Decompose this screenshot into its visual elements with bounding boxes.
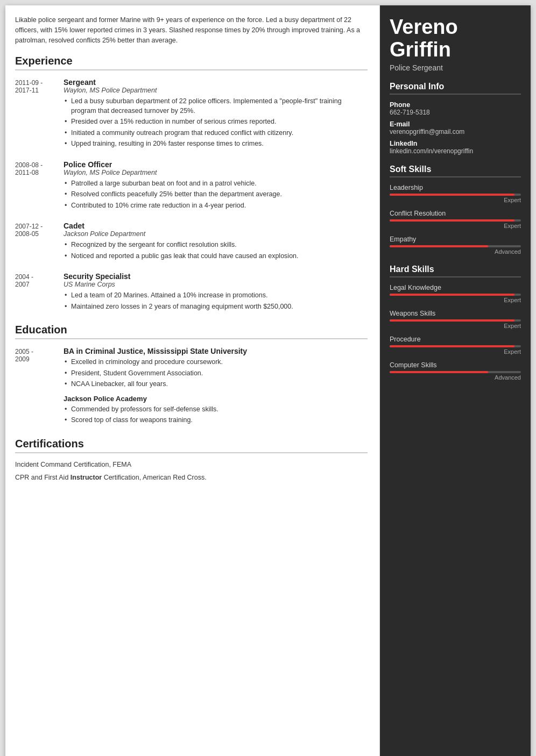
- list-item: Patrolled a large suburban beat on foot …: [64, 179, 368, 189]
- edu-sub-title: Jackson Police Academy: [64, 395, 368, 403]
- certifications-title: Certifications: [15, 438, 368, 453]
- skill-bar-fill: [390, 219, 514, 222]
- job-date: 2007-12 - 2008-05: [15, 222, 64, 262]
- list-item: Led a busy suburban department of 22 pol…: [64, 97, 368, 116]
- list-item: Commended by professors for self-defense…: [64, 405, 368, 415]
- personal-info-title: Personal Info: [390, 82, 521, 95]
- linkedin-label: LinkedIn: [390, 140, 521, 147]
- experience-item: 2007-12 - 2008-05CadetJackson Police Dep…: [15, 222, 368, 262]
- skill-bar-bg: [390, 371, 521, 373]
- first-name: Vereno: [390, 16, 521, 39]
- job-bullets: Led a busy suburban department of 22 pol…: [64, 97, 368, 149]
- phone-value: 662-719-5318: [390, 109, 521, 116]
- edu-degree: BA in Criminal Justice, Mississippi Stat…: [64, 347, 368, 355]
- list-item: Noticed and reported a public gas leak t…: [64, 252, 368, 261]
- linkedin-value: linkedin.com/in/verenopgriffin: [390, 147, 521, 155]
- experience-item: 2011-09 - 2017-11SergeantWaylon, MS Poli…: [15, 78, 368, 151]
- job-title: Sergeant: [64, 78, 368, 87]
- skill-bar-fill: [390, 294, 514, 296]
- list-item: Scored top of class for weapons training…: [64, 416, 368, 425]
- skill-bar-fill: [390, 194, 514, 196]
- skill-name: Procedure: [390, 336, 521, 343]
- education-list: 2005 - 2009BA in Criminal Justice, Missi…: [15, 347, 368, 427]
- education-section: Education 2005 - 2009BA in Criminal Just…: [15, 324, 368, 427]
- experience-section: Experience 2011-09 - 2017-11SergeantWayl…: [15, 55, 368, 313]
- list-item: Presided over a 15% reduction in number …: [64, 117, 368, 127]
- skill-bar-fill: [390, 371, 488, 373]
- skill-level-label: Expert: [390, 197, 521, 203]
- skill-name: Computer Skills: [390, 361, 521, 369]
- experience-item: 2004 - 2007Security SpecialistUS Marine …: [15, 272, 368, 313]
- last-name: Griffin: [390, 39, 521, 61]
- phone-label: Phone: [390, 101, 521, 109]
- job-company: Waylon, MS Police Department: [64, 169, 368, 176]
- skill-bar-bg: [390, 194, 521, 196]
- skill-name: Weapons Skills: [390, 310, 521, 317]
- skill-level-label: Expert: [390, 323, 521, 329]
- summary-text: Likable police sergeant and former Marin…: [15, 15, 368, 45]
- skill-bar-bg: [390, 294, 521, 296]
- skill-name: Legal Knowledge: [390, 284, 521, 291]
- job-title: Security Specialist: [64, 272, 368, 281]
- job-bullets: Led a team of 20 Marines. Attained a 10%…: [64, 291, 368, 311]
- skill-level-label: Expert: [390, 297, 521, 303]
- job-details: SergeantWaylon, MS Police DepartmentLed …: [64, 78, 368, 151]
- soft-skill-block: LeadershipExpert: [390, 184, 521, 203]
- hard-skills-title: Hard Skills: [390, 265, 521, 277]
- skill-name: Leadership: [390, 184, 521, 191]
- cert-list: Incident Command Certification, FEMACPR …: [15, 461, 368, 481]
- education-item: 2005 - 2009BA in Criminal Justice, Missi…: [15, 347, 368, 427]
- education-title: Education: [15, 324, 368, 339]
- skill-bar-bg: [390, 319, 521, 322]
- skill-name: Empathy: [390, 236, 521, 243]
- skill-level-label: Advanced: [390, 248, 521, 255]
- job-date: 2008-08 - 2011-08: [15, 160, 64, 212]
- list-item: Contributed to 10% crime rate reduction …: [64, 201, 368, 211]
- certifications-section: Certifications Incident Command Certific…: [15, 438, 368, 481]
- skill-bar-bg: [390, 345, 521, 347]
- list-item: Maintained zero losses in 2 years of man…: [64, 302, 368, 312]
- right-column: Vereno Griffin Police Sergeant Personal …: [380, 5, 531, 756]
- list-item: Upped training, resulting in 20% faster …: [64, 139, 368, 149]
- experience-list: 2011-09 - 2017-11SergeantWaylon, MS Poli…: [15, 78, 368, 313]
- hard-skill-block: Computer SkillsAdvanced: [390, 361, 521, 381]
- edu-sub-bullets: Commended by professors for self-defense…: [64, 405, 368, 425]
- email-label: E-mail: [390, 120, 521, 128]
- list-item: NCAA Linebacker, all four years.: [64, 380, 368, 389]
- job-company: US Marine Corps: [64, 281, 368, 288]
- job-details: CadetJackson Police DepartmentRecognized…: [64, 222, 368, 262]
- job-title: Cadet: [64, 222, 368, 230]
- skill-bar-bg: [390, 245, 521, 247]
- hard-skills-list: Legal KnowledgeExpertWeapons SkillsExper…: [390, 284, 521, 381]
- soft-skill-block: Conflict ResolutionExpert: [390, 210, 521, 229]
- job-company: Jackson Police Department: [64, 230, 368, 238]
- soft-skill-block: EmpathyAdvanced: [390, 236, 521, 255]
- job-details: Police OfficerWaylon, MS Police Departme…: [64, 160, 368, 212]
- skill-bar-fill: [390, 245, 488, 247]
- job-company: Waylon, MS Police Department: [64, 87, 368, 94]
- soft-skills-list: LeadershipExpertConflict ResolutionExper…: [390, 184, 521, 255]
- edu-bullets: Excelled in criminology and procedure co…: [64, 358, 368, 389]
- skill-level-label: Expert: [390, 223, 521, 229]
- soft-skills-title: Soft Skills: [390, 165, 521, 177]
- edu-details: BA in Criminal Justice, Mississippi Stat…: [64, 347, 368, 427]
- personal-info-block: Phone 662-719-5318 E-mail verenopgriffin…: [390, 101, 521, 155]
- hard-skill-block: Legal KnowledgeExpert: [390, 284, 521, 303]
- job-bullets: Patrolled a large suburban beat on foot …: [64, 179, 368, 211]
- experience-item: 2008-08 - 2011-08Police OfficerWaylon, M…: [15, 160, 368, 212]
- list-item: Resolved conflicts peacefully 25% better…: [64, 190, 368, 199]
- skill-bar-fill: [390, 319, 514, 322]
- skill-bar-fill: [390, 345, 514, 347]
- list-item: President, Student Government Associatio…: [64, 369, 368, 379]
- job-title: Police Officer: [64, 160, 368, 169]
- cert-item: CPR and First Aid Instructor Certificati…: [15, 474, 368, 481]
- list-item: Excelled in criminology and procedure co…: [64, 358, 368, 367]
- job-date: 2011-09 - 2017-11: [15, 78, 64, 151]
- edu-date: 2005 - 2009: [15, 347, 64, 427]
- cert-item: Incident Command Certification, FEMA: [15, 461, 368, 468]
- job-bullets: Recognized by the sergeant for conflict …: [64, 240, 368, 261]
- left-column: Likable police sergeant and former Marin…: [5, 5, 380, 756]
- email-value: verenopgriffin@gmail.com: [390, 128, 521, 135]
- list-item: Initiated a community outreach program t…: [64, 129, 368, 138]
- experience-title: Experience: [15, 55, 368, 70]
